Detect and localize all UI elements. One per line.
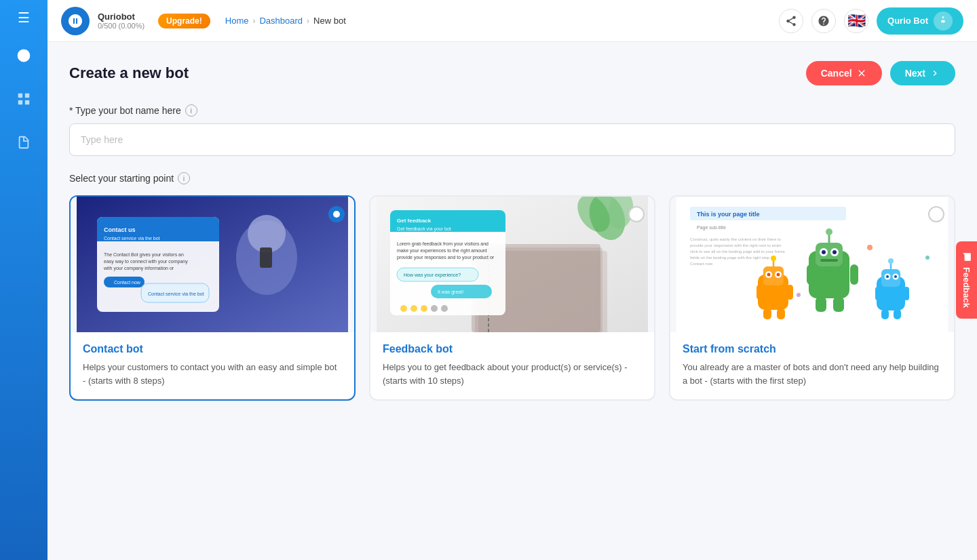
feedback-bot-card[interactable]: Get feedback Get feedback via your bot L… xyxy=(369,195,655,401)
svg-point-79 xyxy=(771,256,776,261)
svg-text:Contact service via the bot: Contact service via the bot xyxy=(148,292,204,296)
svg-text:Get feedback via your bot: Get feedback via your bot xyxy=(397,226,451,232)
sidebar-item-analytics[interactable] xyxy=(12,87,36,111)
svg-rect-4 xyxy=(25,100,29,104)
breadcrumb-sep-1: › xyxy=(252,16,255,26)
starting-point-info-icon[interactable]: i xyxy=(178,172,190,184)
svg-point-44 xyxy=(431,305,438,312)
feedback-bot-body: Feedback bot Helps you to get feedback a… xyxy=(370,332,654,399)
svg-text:Contact service via the bot: Contact service via the bot xyxy=(104,236,160,241)
contact-bot-title: Contact bot xyxy=(83,343,342,355)
share-button[interactable] xyxy=(779,9,803,33)
svg-text:with your company information : with your company information or xyxy=(103,266,174,271)
contact-bot-radio xyxy=(328,206,345,222)
feedback-bot-title: Feedback bot xyxy=(383,343,642,355)
svg-text:easy way to connect with your : easy way to connect with your company xyxy=(104,259,188,264)
topnav-right: 🇬🇧 Qurio Bot xyxy=(779,7,963,35)
breadcrumb-sep-2: › xyxy=(307,16,309,26)
svg-text:Get feedback: Get feedback xyxy=(397,218,432,224)
svg-rect-2 xyxy=(25,94,29,98)
svg-text:Lorem grab feedback from your : Lorem grab feedback from your visitors a… xyxy=(397,241,488,247)
page-title: Create a new bot xyxy=(69,64,189,82)
svg-point-42 xyxy=(410,305,417,312)
feedback-panel-label: Feedback xyxy=(961,267,972,308)
svg-rect-62 xyxy=(807,264,815,285)
svg-point-92 xyxy=(867,245,873,250)
svg-point-43 xyxy=(421,305,427,312)
cancel-button[interactable]: Cancel xyxy=(806,61,882,85)
svg-rect-75 xyxy=(787,285,793,300)
svg-text:Contact now: Contact now xyxy=(690,262,713,266)
contact-bot-card[interactable]: Contact us Contact service via the bot T… xyxy=(69,195,356,401)
bot-avatar-icon xyxy=(934,12,953,31)
svg-rect-86 xyxy=(875,287,881,300)
svg-text:Construct, quite easily the co: Construct, quite easily the content on t… xyxy=(690,237,782,241)
svg-point-93 xyxy=(797,293,801,297)
svg-text:make your experiences to the r: make your experiences to the right amoun… xyxy=(397,248,487,254)
contact-bot-image: Contact us Contact service via the bot T… xyxy=(71,197,354,332)
qurio-bot-label: Qurio Bot xyxy=(887,16,928,26)
svg-rect-87 xyxy=(904,287,909,300)
scratch-bot-card[interactable]: This is your page title Page sub-title C… xyxy=(669,195,955,401)
svg-text:provide your responsive with t: provide your responsive with the right n… xyxy=(690,243,781,247)
feedback-bot-image: Get feedback Get feedback via your bot L… xyxy=(370,197,654,332)
help-button[interactable] xyxy=(811,9,836,33)
bot-name-label: * Type your bot name here i xyxy=(69,104,955,117)
svg-point-94 xyxy=(925,256,930,260)
svg-text:Page sub-title: Page sub-title xyxy=(697,225,726,231)
breadcrumb: Home › Dashboard › New bot xyxy=(225,16,771,26)
svg-rect-8 xyxy=(260,247,272,268)
scratch-bot-body: Start from scratch You already are a mas… xyxy=(670,332,954,399)
svg-rect-77 xyxy=(777,308,785,319)
svg-rect-65 xyxy=(833,297,844,312)
svg-point-7 xyxy=(248,215,286,253)
svg-rect-89 xyxy=(894,309,901,319)
svg-text:click to see all so the landin: click to see all so the landing page add… xyxy=(690,249,785,254)
scratch-bot-desc: You already are a master of bots and don… xyxy=(683,361,942,387)
svg-point-91 xyxy=(888,258,894,264)
brand-name: Quriobot xyxy=(98,12,145,22)
svg-text:The Contact Bot gives your vis: The Contact Bot gives your visitors an xyxy=(104,252,184,258)
svg-rect-64 xyxy=(816,297,826,312)
svg-rect-1 xyxy=(18,94,22,98)
svg-point-41 xyxy=(400,305,407,312)
sidebar-item-dashboard[interactable] xyxy=(12,43,36,68)
sidebar-item-reports[interactable] xyxy=(12,130,36,155)
breadcrumb-home[interactable]: Home xyxy=(225,16,249,26)
svg-rect-3 xyxy=(18,100,22,104)
feedback-panel[interactable]: Feedback xyxy=(956,241,977,319)
svg-point-67 xyxy=(826,228,832,235)
contact-bot-desc: Helps your customers to contact you with… xyxy=(83,361,342,387)
breadcrumb-dashboard[interactable]: Dashboard xyxy=(259,16,303,26)
brand-info: Quriobot 0/500 (0.00%) xyxy=(98,12,145,30)
feedback-bot-desc: Helps you to get feedback about your pro… xyxy=(383,361,642,387)
svg-rect-74 xyxy=(756,285,763,300)
svg-rect-63 xyxy=(850,264,858,285)
header-actions: Cancel Next xyxy=(806,61,955,85)
language-selector[interactable]: 🇬🇧 xyxy=(844,9,868,33)
svg-point-73 xyxy=(777,273,780,277)
breadcrumb-current: New bot xyxy=(313,16,346,26)
svg-text:How was your experience?: How was your experience? xyxy=(404,273,461,278)
bot-name-info-icon[interactable]: i xyxy=(185,104,197,117)
contact-bot-body: Contact bot Helps your customers to cont… xyxy=(71,332,354,399)
svg-rect-56 xyxy=(816,243,843,266)
svg-point-45 xyxy=(441,305,448,312)
next-button[interactable]: Next xyxy=(890,61,955,85)
svg-text:It was great!: It was great! xyxy=(438,289,463,295)
scratch-bot-radio xyxy=(928,206,944,222)
svg-rect-61 xyxy=(820,259,838,262)
page-header: Create a new bot Cancel Next xyxy=(69,61,955,85)
upgrade-button[interactable]: Upgrade! xyxy=(158,14,210,28)
bot-name-input[interactable] xyxy=(69,123,955,156)
scratch-bot-image: This is your page title Page sub-title C… xyxy=(670,197,954,332)
svg-point-59 xyxy=(822,250,826,254)
brand-logo xyxy=(61,7,90,35)
svg-text:Contact now: Contact now xyxy=(114,280,141,285)
svg-text:This is your page title: This is your page title xyxy=(697,211,760,218)
qurio-bot-button[interactable]: Qurio Bot xyxy=(877,7,963,35)
main-wrapper: Quriobot 0/500 (0.00%) Upgrade! Home › D… xyxy=(47,0,977,560)
svg-rect-76 xyxy=(763,308,771,319)
hamburger-icon[interactable]: ☰ xyxy=(18,11,30,24)
bot-cards-grid: Contact us Contact service via the bot T… xyxy=(69,195,955,401)
